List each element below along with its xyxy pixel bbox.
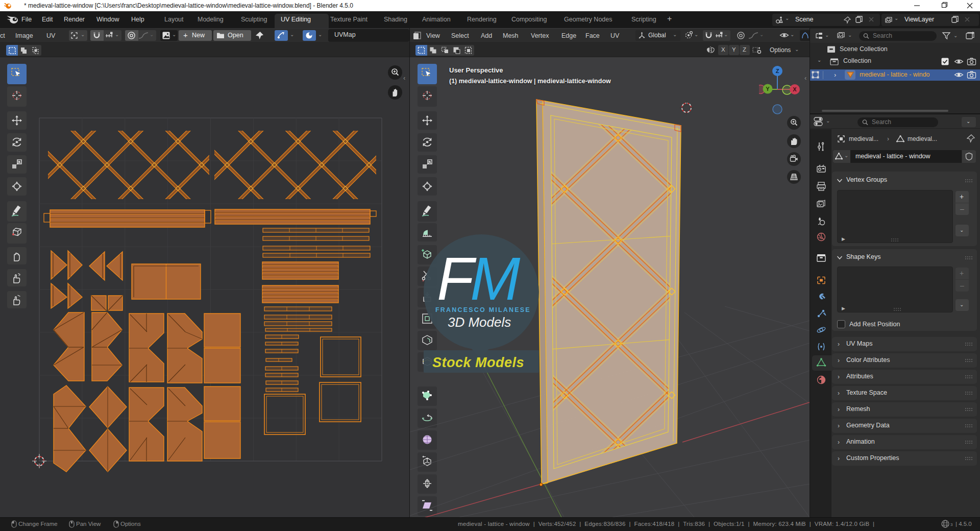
svg-text:Z: Z: [776, 68, 779, 74]
svg-text:Y: Y: [766, 86, 770, 92]
svg-text:X: X: [793, 86, 797, 92]
